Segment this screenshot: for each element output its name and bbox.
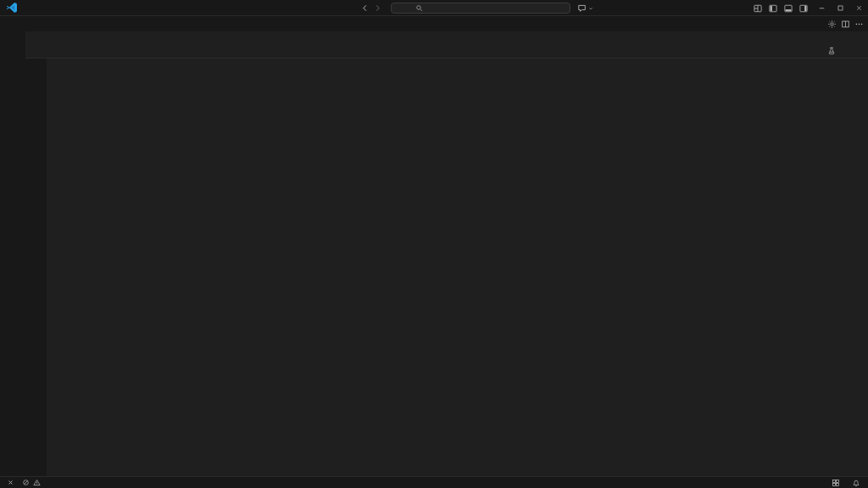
minimize-button[interactable]: [812, 0, 831, 16]
kernel-picker[interactable]: [827, 47, 868, 55]
activity-bar: [0, 16, 25, 476]
vscode-window: [0, 0, 868, 488]
breadcrumb: [25, 31, 868, 43]
editor-actions: [827, 16, 868, 31]
gear-icon[interactable]: [827, 19, 837, 29]
forward-icon[interactable]: [373, 3, 382, 13]
copilot-chat-button[interactable]: [577, 3, 594, 13]
more-actions-icon[interactable]: [854, 19, 864, 29]
close-window-button[interactable]: [849, 0, 868, 16]
error-icon: [22, 479, 30, 486]
tab-bar: [25, 16, 868, 31]
back-icon[interactable]: [360, 3, 370, 13]
title-bar-center: [360, 0, 594, 16]
vscode-logo: [6, 2, 18, 14]
toggle-panel-icon[interactable]: [782, 2, 794, 14]
status-bar: [0, 476, 868, 488]
maximize-button[interactable]: [831, 0, 849, 16]
kernel-icon: [827, 47, 836, 55]
window-controls: [751, 0, 868, 16]
notebook-cell-gutter: [25, 58, 47, 476]
problems-indicator[interactable]: [22, 479, 42, 486]
title-bar: [0, 0, 868, 16]
toggle-secondary-sidebar-icon[interactable]: [797, 2, 810, 14]
toggle-sidebar-icon[interactable]: [766, 2, 779, 14]
chevron-down-icon: [587, 5, 594, 12]
warning-icon: [33, 479, 41, 486]
remote-icon: [7, 479, 14, 486]
notifications-bell-icon[interactable]: [852, 479, 860, 487]
chat-bubble-icon: [577, 3, 587, 13]
notebook-cells-icon[interactable]: [832, 479, 840, 487]
command-center-search[interactable]: [391, 3, 570, 14]
notebook-toolbar: [25, 43, 868, 58]
editor-group: [25, 16, 868, 476]
remote-indicator[interactable]: [7, 479, 14, 486]
split-editor-icon[interactable]: [841, 19, 850, 29]
code-editor[interactable]: [25, 58, 868, 476]
customize-layout-icon[interactable]: [751, 2, 764, 14]
search-icon: [415, 4, 423, 12]
